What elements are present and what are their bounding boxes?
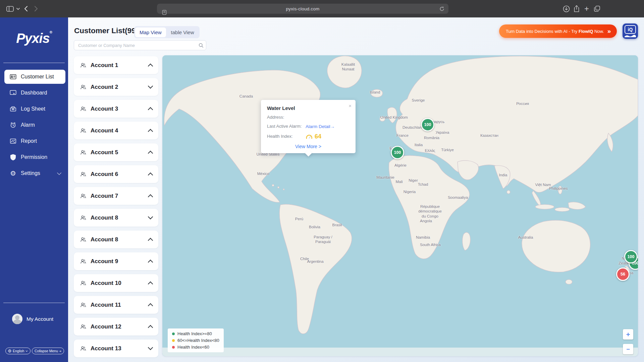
chevron-up-icon[interactable] <box>148 129 153 134</box>
map-view[interactable]: CanadaKalaallit NunaatIslandUnited State… <box>162 55 638 356</box>
sidebar-item-settings[interactable]: ⚙Settings <box>4 166 65 180</box>
search-icon[interactable] <box>196 43 206 48</box>
account-card-account-8[interactable]: Account 8 <box>74 231 158 248</box>
map-label: United Kingdom <box>380 115 408 120</box>
browser-toolbar: pyxis-cloud.com + <box>0 0 644 18</box>
chevron-up-icon[interactable] <box>148 282 153 287</box>
map-label: Namibia <box>416 235 430 240</box>
flowiq-promo-banner[interactable]: Turn Data into Decisions with AI - Try F… <box>499 24 617 38</box>
chevron-up-icon[interactable] <box>148 325 153 330</box>
account-card-account-9[interactable]: Account 9 <box>74 252 158 270</box>
account-card-account-11[interactable]: Account 11 <box>74 296 158 314</box>
map-label: Sverige <box>412 98 425 103</box>
account-card-account-12[interactable]: Account 12 <box>74 318 158 336</box>
map-label: India <box>499 173 507 177</box>
gear-icon: ⚙ <box>9 170 17 177</box>
account-name: Account 3 <box>91 106 145 112</box>
address-bar[interactable]: pyxis-cloud.com <box>157 4 448 14</box>
sidebar-item-customer-list[interactable]: Customer List <box>4 70 65 84</box>
zoom-in-button[interactable]: + <box>623 329 633 340</box>
tab-table-view[interactable]: table View <box>167 27 199 37</box>
wave-icon <box>625 35 636 37</box>
users-icon <box>80 149 87 156</box>
flowiq-app-icon[interactable]: iQ <box>623 23 638 39</box>
sidebar-item-label: Alarm <box>21 122 35 128</box>
popup-title: Water Level <box>267 105 350 111</box>
account-card-account-1[interactable]: Account 1 <box>74 56 158 74</box>
users-icon <box>80 127 87 134</box>
map-label: Україна <box>436 130 449 135</box>
collapse-menu-button[interactable]: Collapse Menu « <box>32 348 64 354</box>
new-tab-icon[interactable]: + <box>583 0 591 17</box>
world-map <box>162 55 638 356</box>
chevron-up-icon[interactable] <box>148 194 153 200</box>
chevron-down-icon[interactable] <box>148 345 153 350</box>
sidebar-toggle-icon[interactable] <box>5 0 15 17</box>
account-card-account-4[interactable]: Account 4 <box>74 122 158 139</box>
account-card-account-6[interactable]: Account 6 <box>74 165 158 183</box>
map-marker[interactable]: 100 <box>421 118 434 131</box>
account-card-account-8[interactable]: Account 8 <box>74 209 158 227</box>
back-icon[interactable] <box>22 0 30 17</box>
account-card-account-10[interactable]: Account 10 <box>74 274 158 292</box>
sidebar-item-log-sheet[interactable]: Log Sheet <box>4 102 65 116</box>
legend-item: 60<=Health Index<80 <box>172 338 219 343</box>
account-card-account-5[interactable]: Account 5 <box>74 143 158 161</box>
map-label: México <box>257 171 269 176</box>
chevron-up-icon[interactable] <box>148 238 153 243</box>
chevron-down-icon <box>25 350 28 352</box>
account-card-account-2[interactable]: Account 2 <box>74 78 158 96</box>
my-account[interactable]: My Account <box>12 314 53 324</box>
sidebar: Pyxis® Customer ListDashboardLog SheetAl… <box>0 17 68 362</box>
map-marker[interactable]: 100 <box>391 146 404 159</box>
close-icon[interactable]: × <box>348 103 352 109</box>
downloads-icon[interactable] <box>562 0 570 17</box>
account-name: Account 12 <box>91 323 145 330</box>
screen: pyxis-cloud.com + Pyxis® Customer ListDa… <box>0 0 644 362</box>
chevron-up-icon[interactable] <box>148 151 153 156</box>
collapse-label: Collapse Menu <box>35 349 58 353</box>
id-card-icon <box>9 73 17 80</box>
sidebar-item-label: Dashboard <box>21 90 47 96</box>
customer-list: Account 1Account 2Account 3Account 4Acco… <box>74 56 158 357</box>
account-card-account-7[interactable]: Account 7 <box>74 187 158 205</box>
tab-map-view[interactable]: Map View <box>135 27 166 37</box>
chevron-up-icon[interactable] <box>148 64 153 69</box>
sidebar-item-alarm[interactable]: Alarm <box>4 118 65 132</box>
chevron-up-icon[interactable] <box>148 303 153 309</box>
account-name: Account 9 <box>91 258 145 265</box>
sidebar-item-report[interactable]: Report <box>4 134 65 148</box>
users-icon <box>80 106 87 112</box>
sidebar-item-label: Settings <box>21 170 40 176</box>
view-more-link[interactable]: View More > <box>267 144 350 149</box>
account-card-account-3[interactable]: Account 3 <box>74 100 158 118</box>
chevron-up-icon[interactable] <box>148 107 153 113</box>
sidebar-divider <box>3 63 65 63</box>
zoom-out-button[interactable]: − <box>623 344 633 354</box>
sidebar-item-permission[interactable]: Permission <box>4 150 65 164</box>
globe-icon <box>8 349 11 353</box>
map-label: Angola <box>420 219 432 223</box>
map-label: France <box>396 133 409 138</box>
chevron-up-icon[interactable] <box>148 173 153 178</box>
forward-icon[interactable] <box>32 0 40 17</box>
account-card-account-13[interactable]: Account 13 <box>74 340 158 357</box>
share-icon[interactable] <box>573 0 581 17</box>
account-name: Account 10 <box>91 280 145 287</box>
sidebar-item-dashboard[interactable]: Dashboard <box>4 86 65 100</box>
chevron-down-icon[interactable] <box>148 83 153 89</box>
alarm-detail-link[interactable]: Alarm Detail→ <box>306 124 335 129</box>
toolbar-chevron-down-icon[interactable] <box>15 0 21 17</box>
chevron-down-icon[interactable] <box>148 214 153 220</box>
users-icon <box>80 258 87 265</box>
map-marker[interactable]: 100 <box>624 250 638 263</box>
account-name: Account 7 <box>91 193 145 199</box>
language-select[interactable]: English <box>5 348 31 354</box>
search-input[interactable] <box>74 43 196 48</box>
map-label: Soomaaliya <box>448 195 468 200</box>
reload-icon[interactable] <box>438 4 446 14</box>
chevron-up-icon[interactable] <box>148 260 153 265</box>
tab-overview-icon[interactable] <box>593 0 601 17</box>
map-marker[interactable]: 56 <box>616 267 630 281</box>
sidebar-item-label: Report <box>21 138 37 144</box>
